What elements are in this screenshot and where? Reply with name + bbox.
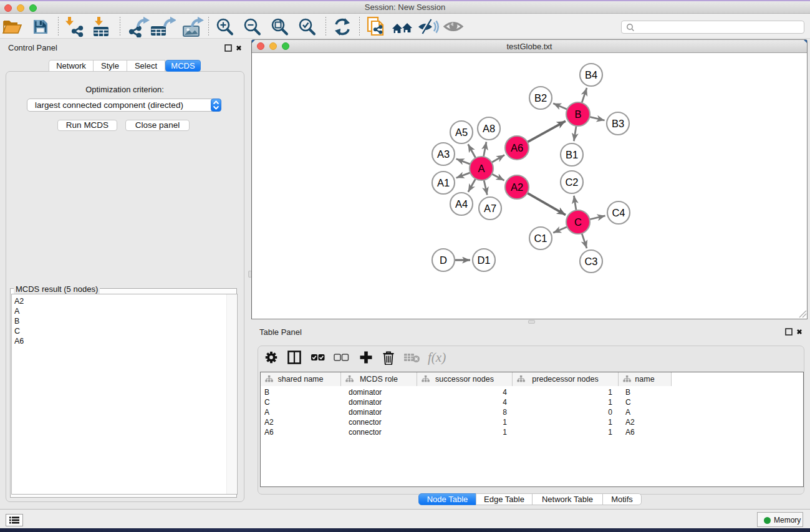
svg-text:D: D: [440, 254, 447, 266]
svg-text:A6: A6: [511, 142, 523, 153]
svg-text:A: A: [478, 163, 485, 174]
svg-text:B1: B1: [566, 149, 578, 160]
svg-text:A8: A8: [483, 123, 495, 134]
svg-text:C1: C1: [534, 233, 547, 244]
svg-text:C3: C3: [584, 256, 597, 267]
svg-text:B3: B3: [612, 118, 624, 129]
svg-text:A5: A5: [455, 127, 468, 138]
svg-text:C4: C4: [612, 207, 625, 218]
svg-text:B4: B4: [585, 69, 597, 80]
svg-text:B: B: [574, 109, 581, 120]
svg-text:A7: A7: [484, 203, 496, 214]
svg-text:A4: A4: [455, 198, 468, 210]
svg-text:A1: A1: [437, 177, 450, 188]
svg-text:A3: A3: [437, 148, 450, 160]
svg-text:C2: C2: [565, 177, 578, 188]
svg-text:B2: B2: [534, 92, 547, 104]
svg-text:C: C: [574, 216, 582, 228]
svg-text:D1: D1: [477, 254, 490, 266]
svg-text:A2: A2: [511, 181, 523, 193]
